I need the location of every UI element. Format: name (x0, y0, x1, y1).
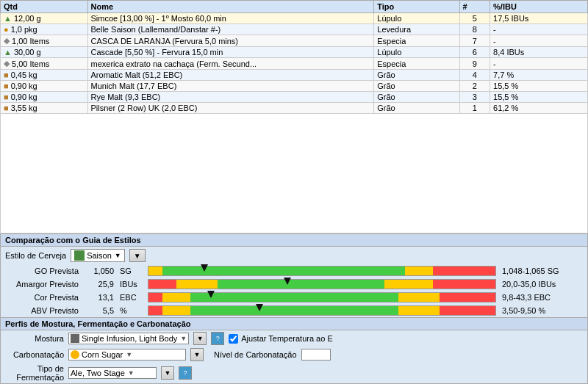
cell-qty: ◆ 1,00 Items (1, 35, 88, 47)
col-header-num: # (459, 1, 490, 13)
ferment-btn1[interactable]: ▼ (161, 366, 174, 380)
cell-type: Especia (374, 58, 459, 70)
gauge-range-label: 3,50-9,50 % (502, 306, 583, 315)
cell-type: Especia (374, 35, 459, 47)
cell-num: 4 (459, 70, 490, 81)
col-header-ibu: %/IBU (490, 1, 588, 13)
table-row: ◆ 1,00 Items CASCA DE LARANJA (Fervura 5… (1, 35, 588, 47)
mash-header: Perfis de Mostura, Fermentação e Carbona… (1, 318, 587, 330)
cell-ibu: 15,5 % (490, 92, 588, 103)
cell-qty: ■ 0,45 kg (1, 70, 88, 81)
cell-type: Lúpulo (374, 47, 459, 58)
gauge-row: GO Prevista 1,050 SG 1,048-1,065 SG (1, 264, 587, 278)
hop-icon: ▲ (4, 14, 12, 23)
gauge-track (148, 305, 496, 316)
cell-ibu: 7,7 % (490, 70, 588, 81)
cell-name: Aromatic Malt (51,2 EBC) (87, 70, 374, 81)
ferment-btn2[interactable]: ? (179, 366, 192, 380)
gauge-marker (256, 304, 263, 311)
gauge-marker (207, 291, 215, 298)
gauge-row: Cor Prevista 13,1 EBC 9,8-43,3 EBC (1, 291, 587, 304)
table-row: ◆ 5,00 Items mexerica extrato na cachaça… (1, 58, 588, 70)
mostura-btn2[interactable]: ? (211, 332, 224, 345)
mostura-label: Mostura (5, 334, 64, 343)
gauge-track (148, 292, 496, 303)
empty-area (0, 114, 588, 233)
mash-section: Perfis de Mostura, Fermentação e Carbona… (0, 318, 588, 384)
grain-icon: ■ (4, 93, 9, 101)
cell-num: 9 (459, 58, 490, 70)
ajustar-label: Ajustar Temperatura ao E (241, 334, 333, 343)
ajustar-checkbox-row: Ajustar Temperatura ao E (229, 334, 333, 344)
cell-type: Levedura (374, 24, 459, 35)
ferment-dropdown[interactable]: Ale, Two Stage ▼ (68, 367, 157, 379)
nivel-input[interactable] (301, 349, 331, 361)
gauge-unit: IBUs (120, 280, 142, 289)
main-container: Qtd Nome Tipo # %/IBU ▲ 12,00 g Simcoe [… (0, 0, 588, 384)
carbonatacao-row: Carbonatação Corn Sugar ▼ ▼ Nível de Car… (1, 347, 587, 363)
cell-qty: ◆ 5,00 Items (1, 58, 88, 70)
ajustar-checkbox[interactable] (229, 334, 238, 344)
cell-name: Rye Malt (9,3 EBC) (87, 92, 374, 103)
mostura-row: Mostura Single Infusion, Light Body ▼ ▼ … (1, 330, 587, 347)
gauge-range-label: 1,048-1,065 SG (502, 267, 583, 275)
gauge-label: GO Prevista (5, 267, 79, 275)
cell-ibu: 61,2 % (490, 103, 588, 114)
gauge-marker (284, 278, 291, 285)
estilo-dropdown-arrow: ▼ (115, 252, 121, 259)
spice-icon: ◆ (4, 59, 10, 68)
mostura-value: Single Infusion, Light Body (82, 334, 177, 343)
col-header-qtd: Qtd (1, 1, 88, 13)
cell-num: 1 (459, 103, 490, 114)
gauge-value: 5,5 (85, 306, 114, 315)
carbonatacao-icon (71, 350, 79, 359)
carbonatacao-btn1[interactable]: ▼ (190, 348, 204, 361)
cell-type: Grão (374, 70, 459, 81)
gauge-label: Amargor Previsto (5, 280, 79, 289)
col-header-tipo: Tipo (374, 1, 459, 13)
estilo-select[interactable]: Saison ▼ (71, 249, 125, 262)
grain-icon: ■ (4, 70, 9, 79)
gauge-label: Cor Prevista (5, 293, 79, 302)
cell-type: Grão (374, 92, 459, 103)
gauge-unit: EBC (120, 293, 142, 302)
cell-ibu: 15,5 % (490, 81, 588, 92)
estilo-row: Estilo de Cerveja Saison ▼ ▼ (1, 247, 587, 264)
col-header-nome: Nome (87, 1, 374, 13)
estilo-edit-btn[interactable]: ▼ (129, 249, 146, 262)
cell-type: Grão (374, 103, 459, 114)
style-comparison-header: Comparação com o Guia de Estilos (1, 234, 587, 247)
table-row: ■ 0,90 kg Munich Malt (17,7 EBC) Grão 2 … (1, 81, 588, 92)
ferment-value: Ale, Two Stage (71, 369, 125, 377)
table-row: ■ 0,90 kg Rye Malt (9,3 EBC) Grão 3 15,5… (1, 92, 588, 103)
ferment-label: Tipo de Fermentação (5, 364, 64, 382)
mostura-dropdown[interactable]: Single Infusion, Light Body ▼ (68, 333, 189, 344)
cell-name: Cascade [5,50 %] - Fervura 15,0 min (87, 47, 374, 58)
cell-name: mexerica extrato na cachaça (Ferm. Secun… (87, 58, 374, 70)
gauge-unit: SG (120, 267, 142, 275)
table-row: ▲ 12,00 g Simcoe [13,00 %] - 1º Mosto 60… (1, 13, 588, 24)
spice-icon: ◆ (4, 36, 10, 46)
cell-qty: ▲ 30,00 g (1, 47, 88, 58)
cell-num: 7 (459, 35, 490, 47)
table-row: ■ 0,45 kg Aromatic Malt (51,2 EBC) Grão … (1, 70, 588, 81)
gauge-track (148, 266, 496, 276)
cell-type: Grão (374, 81, 459, 92)
mostura-btn1[interactable]: ▼ (193, 332, 207, 345)
mostura-icon (71, 334, 79, 343)
mostura-arrow: ▼ (180, 335, 187, 342)
cell-num: 5 (459, 13, 490, 24)
table-row: ■ 3,55 kg Pilsner (2 Row) UK (2,0 EBC) G… (1, 103, 588, 114)
grain-icon: ■ (4, 104, 9, 112)
gauge-label: ABV Previsto (5, 306, 79, 315)
cell-qty: ● 1,0 pkg (1, 24, 88, 35)
style-comparison-section: Comparação com o Guia de Estilos Estilo … (0, 233, 588, 318)
carbonatacao-dropdown[interactable]: Corn Sugar ▼ (68, 349, 186, 361)
gauge-value: 25,9 (85, 280, 114, 289)
cell-name: Pilsner (2 Row) UK (2,0 EBC) (87, 103, 374, 114)
ingredients-section: Qtd Nome Tipo # %/IBU ▲ 12,00 g Simcoe [… (0, 0, 588, 114)
cell-qty: ▲ 12,00 g (1, 13, 88, 24)
cell-type: Lúpulo (374, 13, 459, 24)
cell-ibu: 17,5 IBUs (490, 13, 588, 24)
ferment-row: Tipo de Fermentação Ale, Two Stage ▼ ▼ ? (1, 363, 587, 383)
